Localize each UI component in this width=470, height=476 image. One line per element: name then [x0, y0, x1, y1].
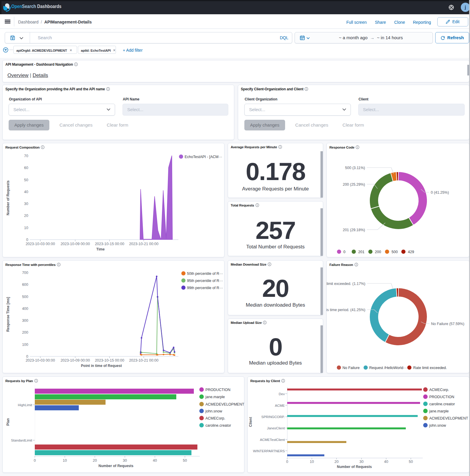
svg-text:EchoTestAPI - [ACM···: EchoTestAPI - [ACM··· — [185, 155, 222, 159]
svg-text:40: 40 — [24, 190, 28, 194]
svg-text:HighLimit: HighLimit — [18, 403, 32, 407]
svg-text:400: 400 — [22, 307, 28, 311]
svg-text:Time: Time — [96, 247, 105, 251]
svg-text:600: 600 — [22, 283, 28, 287]
svg-text:jane.marple: jane.marple — [205, 395, 225, 399]
svg-text:500: 500 — [392, 250, 398, 254]
svg-text:20: 20 — [24, 214, 28, 218]
svg-text:2023-10-21 00:00: 2023-10-21 00:00 — [129, 242, 158, 246]
svg-text:30: 30 — [123, 458, 127, 463]
svg-text:40: 40 — [384, 460, 388, 464]
svg-text:99th percentile of R···: 99th percentile of R··· — [187, 286, 223, 290]
svg-text:Response Time [ms]: Response Time [ms] — [6, 297, 10, 332]
svg-text:john.snow: john.snow — [205, 409, 222, 413]
svg-text:50th percentile of R···: 50th percentile of R··· — [187, 272, 223, 276]
svg-text:Request /HelloWorld···: Request /HelloWorld··· — [369, 366, 407, 370]
svg-text:200: 200 — [375, 250, 381, 254]
svg-text:2023-10-03 00:00: 2023-10-03 00:00 — [26, 242, 55, 246]
svg-text:429: 429 — [408, 250, 414, 254]
svg-text:50: 50 — [183, 458, 187, 463]
svg-text:50: 50 — [409, 460, 413, 464]
svg-text:0: 0 — [343, 250, 345, 254]
svg-text:2023-10-09 00:00: 2023-10-09 00:00 — [61, 358, 90, 362]
svg-text:300: 300 — [22, 319, 28, 323]
svg-text:caroline.creator: caroline.creator — [429, 402, 455, 406]
svg-text:jane.marple: jane.marple — [429, 409, 449, 413]
svg-text:ACMEDEVELOPMENT: ACMEDEVELOPMENT — [205, 402, 244, 406]
svg-text:700: 700 — [22, 271, 28, 275]
svg-text:0: 0 — [286, 460, 288, 464]
svg-text:caroline.creator: caroline.creator — [205, 423, 231, 428]
svg-text:PRODUCTION: PRODUCTION — [205, 388, 230, 392]
svg-text:Client: Client — [249, 417, 253, 427]
svg-text:requests in this time period.: requests in this time period. (41.25%) — [326, 308, 365, 312]
svg-text:PRODUCTION: PRODUCTION — [429, 395, 454, 399]
svg-text:StandardLimit: StandardLimit — [11, 439, 32, 442]
svg-text:30: 30 — [24, 202, 28, 206]
svg-text:2023-10-21 00:00: 2023-10-21 00:00 — [129, 358, 158, 362]
svg-text:10: 10 — [63, 458, 67, 463]
svg-text:john.snow: john.snow — [429, 423, 446, 428]
svg-text:Dev: Dev — [279, 392, 285, 396]
svg-text:201 (29.18%): 201 (29.18%) — [343, 228, 365, 232]
svg-text:70: 70 — [24, 154, 28, 158]
svg-text:ACMECorp.: ACMECorp. — [205, 416, 225, 420]
svg-text:40: 40 — [153, 458, 157, 463]
svg-text:100: 100 — [22, 343, 28, 347]
svg-text:ACME: ACME — [275, 404, 285, 407]
svg-text:Number of Requests: Number of Requests — [337, 465, 372, 469]
svg-text:0: 0 — [26, 354, 28, 359]
svg-text:2023-10-03 00:00: 2023-10-03 00:00 — [26, 358, 55, 362]
svg-text:ACMETestClient: ACMETestClient — [260, 438, 285, 442]
svg-text:2023-10-15 00:00: 2023-10-15 00:00 — [95, 358, 124, 362]
svg-text:ACMECorp.: ACMECorp. — [429, 388, 449, 392]
svg-text:20: 20 — [93, 458, 97, 463]
svg-text:WINTERPARTNERS: WINTERPARTNERS — [253, 449, 285, 453]
svg-text:0 (41.25%): 0 (41.25%) — [431, 190, 449, 195]
svg-text:30: 30 — [359, 460, 364, 464]
svg-text:Rate limit exceeded.: Rate limit exceeded. — [413, 366, 447, 370]
svg-text:95th percentile of R···: 95th percentile of R··· — [187, 279, 223, 283]
svg-text:Point in time of Request: Point in time of Request — [81, 364, 122, 368]
svg-text:Number of Requests: Number of Requests — [6, 180, 10, 215]
svg-text:SPRINGCORP.: SPRINGCORP. — [261, 415, 285, 419]
svg-text:No Failure (57.59%): No Failure (57.59%) — [431, 322, 464, 326]
svg-text:2023-10-15 00:00: 2023-10-15 00:00 — [95, 242, 124, 246]
svg-text:10: 10 — [310, 460, 314, 464]
svg-text:60: 60 — [24, 166, 28, 170]
svg-text:500: 500 — [22, 295, 28, 299]
svg-text:JanesClient: JanesClient — [267, 426, 285, 430]
svg-text:201: 201 — [358, 250, 364, 254]
svg-text:Plan: Plan — [6, 418, 10, 425]
svg-text:200: 200 — [22, 330, 28, 335]
svg-text:0: 0 — [26, 238, 28, 242]
svg-text:20: 20 — [334, 460, 339, 464]
svg-text:Number of Requests: Number of Requests — [98, 464, 133, 468]
svg-text:50: 50 — [24, 178, 28, 182]
svg-text:0: 0 — [34, 458, 36, 463]
svg-text:ACMEDEVELOPMENT: ACMEDEVELOPMENT — [429, 416, 468, 420]
svg-text:2023-10-09 00:00: 2023-10-09 00:00 — [61, 242, 90, 246]
svg-text:No Failure: No Failure — [342, 366, 360, 370]
svg-text:500 (3.11%): 500 (3.11%) — [345, 166, 365, 170]
svg-text:10: 10 — [24, 226, 28, 230]
svg-text:Rate limit exceeded. (1.17%): Rate limit exceeded. (1.17%) — [326, 282, 365, 286]
svg-text:200 (25.29%): 200 (25.29%) — [343, 182, 365, 187]
